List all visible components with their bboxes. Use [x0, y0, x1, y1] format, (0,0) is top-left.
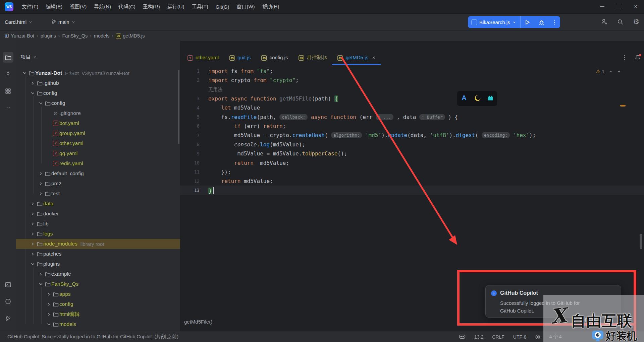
code-line-11[interactable]: 11 }); [180, 167, 644, 177]
tree-item-other.yaml[interactable]: Yother.yaml [16, 138, 180, 148]
tree-item-config[interactable]: config [16, 88, 180, 98]
code-line-4[interactable]: 4 let md5Value [180, 103, 644, 113]
chevron-down-icon[interactable] [37, 282, 44, 286]
chevron-right-icon[interactable] [29, 242, 36, 246]
chevron-down-icon[interactable] [29, 262, 36, 266]
chevron-down-icon[interactable] [21, 71, 28, 75]
search-icon[interactable] [617, 19, 624, 25]
menu-item-0[interactable]: 文件(F) [18, 2, 42, 11]
file-selector[interactable]: Card.html [5, 14, 33, 30]
code-line-7[interactable]: 7 md5Value = crypto.createHash( algorith… [180, 131, 644, 140]
chevron-right-icon[interactable] [29, 222, 36, 226]
chevron-right-icon[interactable] [45, 312, 52, 316]
chevron-right-icon[interactable] [29, 202, 36, 206]
code-line-10[interactable]: 10 return md5Value; [180, 158, 644, 167]
breadcrumb-item-plugins[interactable]: plugins [41, 33, 56, 39]
menu-item-4[interactable]: 代码(C) [115, 2, 139, 11]
tree-item-default_config[interactable]: default_config [16, 168, 180, 179]
chevron-right-icon[interactable] [45, 292, 52, 296]
code-line-9[interactable]: 9 md5Value = md5Value.toUpperCase(); [180, 149, 644, 158]
project-panel-header[interactable]: 项目 [21, 52, 37, 62]
tab-close-icon[interactable]: × [372, 55, 375, 60]
menu-item-8[interactable]: Git(G) [212, 3, 233, 11]
code-line-13[interactable]: 13} [180, 186, 644, 195]
breadcrumb-item-Yunzai-Bot[interactable]: Yunzai-Bot [5, 33, 34, 39]
tab-config.js[interactable]: JSconfig.js [256, 50, 293, 65]
code-line-6[interactable]: 6 if (err) return; [180, 121, 644, 131]
breadcrumb-item-models[interactable]: models [94, 33, 110, 39]
chevron-right-icon[interactable] [37, 192, 44, 196]
tab-quit.js[interactable]: JSquit.js [224, 50, 256, 65]
tree-item-pm2[interactable]: pm2 [16, 179, 180, 189]
menu-item-6[interactable]: 运行(U) [164, 2, 188, 11]
status-message[interactable]: GitHub Copilot: Successfully logged in t… [7, 331, 178, 342]
debug-button[interactable] [535, 16, 549, 28]
code-line-8[interactable]: 8 console.log(md5Value); [180, 140, 644, 149]
code-line-inlay[interactable]: 无用法 [180, 85, 644, 94]
webstorm-logo-icon[interactable]: WS [5, 2, 13, 11]
tree-item-.gitignore[interactable]: ⊘.gitignore [16, 108, 180, 118]
tree-item-qq.yaml[interactable]: Yqq.yaml [16, 148, 180, 158]
structure-icon[interactable] [3, 86, 13, 96]
settings-gear-icon[interactable]: ⚙ [633, 18, 639, 26]
tree-item-patches[interactable]: patches [16, 249, 180, 259]
terminal-icon[interactable] [3, 279, 13, 290]
chevron-right-icon[interactable] [29, 252, 36, 256]
code-line-5[interactable]: 5 fs.readFile(path, callback: async func… [180, 112, 644, 122]
breadcrumb-item-getMD5.js[interactable]: JSgetMD5.js [116, 32, 145, 39]
chevron-right-icon[interactable] [29, 212, 36, 216]
tree-item-bot.yaml[interactable]: Ybot.yaml [16, 118, 180, 128]
code-line-1[interactable]: 1import fs from "fs"; [180, 66, 644, 76]
tree-item-example[interactable]: example [16, 269, 180, 279]
menu-item-2[interactable]: 视图(V) [66, 2, 90, 11]
close-button[interactable]: × [627, 0, 644, 13]
tree-item-config[interactable]: config [16, 299, 180, 309]
tree-item-.github[interactable]: .github [16, 78, 180, 88]
version-control-icon[interactable] [3, 313, 13, 324]
tree-item-test[interactable]: test [16, 189, 180, 199]
menu-item-10[interactable]: 帮助(H) [259, 2, 283, 11]
line-separator-widget[interactable]: CRLF [492, 334, 504, 340]
notifications-bell-icon[interactable] [635, 55, 641, 61]
minimize-button[interactable] [594, 0, 610, 13]
menu-item-1[interactable]: 编辑(E) [42, 2, 66, 11]
chevron-right-icon[interactable] [29, 81, 36, 85]
tree-item-plugins[interactable]: plugins [16, 259, 180, 269]
chevron-down-icon[interactable] [37, 101, 44, 105]
code-line-3[interactable]: 3export async function getMd5File(path) … [180, 94, 644, 103]
tree-item-data[interactable]: data [16, 199, 180, 209]
tree-item-models[interactable]: models [16, 319, 180, 329]
editor-scrollbar[interactable] [640, 234, 642, 249]
copilot-status-icon[interactable] [459, 334, 466, 339]
chevron-down-icon[interactable] [45, 322, 52, 326]
encoding-widget[interactable]: UTF-8 [513, 334, 527, 340]
commit-icon[interactable] [3, 68, 13, 79]
tree-item-redis.yaml[interactable]: Yredis.yaml [16, 158, 180, 168]
code-line-12[interactable]: 12 return md5Value; [180, 177, 644, 186]
chevron-right-icon[interactable] [37, 172, 44, 176]
more-icon[interactable]: ⋯ [3, 102, 13, 113]
tab-more-icon[interactable]: ⋮ [622, 54, 627, 61]
chevron-right-icon[interactable] [29, 232, 36, 236]
maximize-button[interactable] [610, 0, 627, 13]
tree-item-lib[interactable]: lib [16, 219, 180, 229]
chevron-right-icon[interactable] [45, 302, 52, 306]
run-button[interactable] [521, 16, 535, 28]
tree-item-config[interactable]: config [16, 98, 180, 108]
tree-item-group.yaml[interactable]: Ygroup.yaml [16, 128, 180, 138]
problems-icon[interactable] [3, 296, 13, 307]
project-icon[interactable] [3, 52, 13, 63]
run-config-selector[interactable]: BikaSearch.js [468, 19, 520, 25]
menu-item-7[interactable]: 工具(T) [188, 2, 212, 11]
branch-selector[interactable]: main [51, 14, 75, 30]
caret-position-widget[interactable]: 13:2 [474, 334, 483, 340]
project-scrollbar[interactable] [178, 70, 179, 144]
tree-item-node_modules[interactable]: node_moduleslibrary root [16, 239, 180, 249]
add-user-icon[interactable] [601, 18, 608, 25]
menu-item-9[interactable]: 窗口(W) [233, 2, 258, 11]
tree-item-Yunzai-Bot[interactable]: Yunzai-BotE:\Bot_V3\yunzai\Yunzai-Bot [16, 68, 180, 78]
code-line-2[interactable]: 2import crypto from "crypto"; [180, 75, 644, 85]
readonly-eye-icon[interactable] [535, 334, 540, 340]
tab-getMD5.js[interactable]: JSgetMD5.js× [332, 50, 380, 65]
breadcrumb-item-FanSky_Qs[interactable]: FanSky_Qs [62, 33, 88, 39]
